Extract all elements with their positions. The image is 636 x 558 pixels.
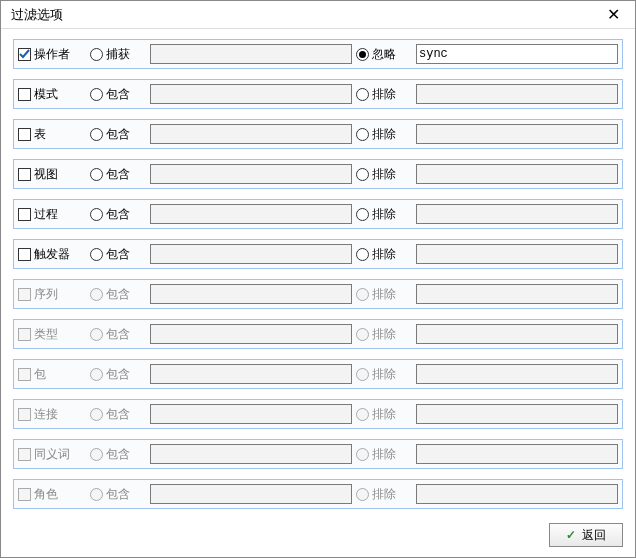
- right-radio-label: 忽略: [372, 46, 396, 63]
- row-checkbox[interactable]: [18, 88, 31, 101]
- left-input-wrap: [150, 404, 352, 424]
- filter-row-schema: 模式包含排除: [13, 79, 623, 109]
- filter-row-package: 包包含排除: [13, 359, 623, 389]
- row-name-label: 操作者: [34, 46, 70, 63]
- close-icon: ✕: [607, 7, 620, 23]
- left-radio-cell: 包含: [90, 486, 146, 503]
- filter-row-sequence: 序列包含排除: [13, 279, 623, 309]
- titlebar: 过滤选项 ✕: [1, 1, 635, 29]
- right-radio-cell: 排除: [356, 206, 412, 223]
- filter-row-trigger: 触发器包含排除: [13, 239, 623, 269]
- right-input: [417, 325, 617, 343]
- left-radio[interactable]: [90, 128, 103, 141]
- right-input: [417, 365, 617, 383]
- right-radio-label: 排除: [372, 326, 396, 343]
- left-radio-cell: 捕获: [90, 46, 146, 63]
- filter-row-synonym: 同义词包含排除: [13, 439, 623, 469]
- row-checkbox[interactable]: [18, 208, 31, 221]
- right-radio-cell: 排除: [356, 286, 412, 303]
- right-radio-label: 排除: [372, 206, 396, 223]
- right-radio-cell: 忽略: [356, 46, 412, 63]
- row-checkbox: [18, 288, 31, 301]
- left-radio-cell: 包含: [90, 166, 146, 183]
- row-name-label: 包: [34, 366, 46, 383]
- filter-row-view: 视图包含排除: [13, 159, 623, 189]
- left-radio[interactable]: [90, 88, 103, 101]
- right-input: [417, 485, 617, 503]
- left-radio: [90, 368, 103, 381]
- right-input[interactable]: [417, 45, 617, 63]
- row-checkbox-cell: 包: [18, 366, 86, 383]
- left-input[interactable]: [151, 45, 351, 63]
- right-input[interactable]: [417, 165, 617, 183]
- row-name-label: 角色: [34, 486, 58, 503]
- left-input[interactable]: [151, 165, 351, 183]
- left-input: [151, 485, 351, 503]
- right-radio: [356, 448, 369, 461]
- left-input-wrap: [150, 364, 352, 384]
- row-checkbox[interactable]: [18, 248, 31, 261]
- right-radio[interactable]: [356, 208, 369, 221]
- right-input-wrap: [416, 44, 618, 64]
- back-button-label: 返回: [582, 527, 606, 544]
- right-input[interactable]: [417, 85, 617, 103]
- right-input[interactable]: [417, 205, 617, 223]
- close-button[interactable]: ✕: [599, 3, 627, 27]
- right-input-wrap: [416, 484, 618, 504]
- right-input-wrap: [416, 204, 618, 224]
- left-input-wrap: [150, 244, 352, 264]
- footer: ✓ 返回: [549, 523, 623, 547]
- row-name-label: 同义词: [34, 446, 70, 463]
- left-input[interactable]: [151, 245, 351, 263]
- row-checkbox-cell: 触发器: [18, 246, 86, 263]
- row-checkbox-cell: 视图: [18, 166, 86, 183]
- left-radio[interactable]: [90, 248, 103, 261]
- right-input: [417, 285, 617, 303]
- left-input[interactable]: [151, 85, 351, 103]
- right-radio-cell: 排除: [356, 126, 412, 143]
- left-radio-label: 包含: [106, 166, 130, 183]
- right-input-wrap: [416, 324, 618, 344]
- right-radio-label: 排除: [372, 126, 396, 143]
- left-radio[interactable]: [90, 48, 103, 61]
- row-checkbox: [18, 328, 31, 341]
- right-radio: [356, 328, 369, 341]
- check-icon: ✓: [566, 528, 576, 542]
- right-radio[interactable]: [356, 248, 369, 261]
- left-radio-label: 包含: [106, 486, 130, 503]
- right-input[interactable]: [417, 245, 617, 263]
- left-input[interactable]: [151, 125, 351, 143]
- window-title: 过滤选项: [11, 6, 63, 24]
- left-input-wrap: [150, 84, 352, 104]
- right-input[interactable]: [417, 125, 617, 143]
- right-input-wrap: [416, 284, 618, 304]
- left-radio[interactable]: [90, 168, 103, 181]
- row-name-label: 模式: [34, 86, 58, 103]
- right-radio: [356, 488, 369, 501]
- row-checkbox-cell: 操作者: [18, 46, 86, 63]
- left-radio-label: 包含: [106, 126, 130, 143]
- left-input[interactable]: [151, 205, 351, 223]
- filter-row-operator: 操作者捕获忽略: [13, 39, 623, 69]
- right-radio[interactable]: [356, 48, 369, 61]
- right-input: [417, 445, 617, 463]
- row-name-label: 连接: [34, 406, 58, 423]
- left-radio[interactable]: [90, 208, 103, 221]
- back-button[interactable]: ✓ 返回: [549, 523, 623, 547]
- left-radio: [90, 288, 103, 301]
- left-radio-cell: 包含: [90, 86, 146, 103]
- row-checkbox[interactable]: [18, 168, 31, 181]
- row-checkbox-cell: 角色: [18, 486, 86, 503]
- right-radio[interactable]: [356, 128, 369, 141]
- right-input-wrap: [416, 444, 618, 464]
- left-radio-cell: 包含: [90, 286, 146, 303]
- left-input: [151, 445, 351, 463]
- row-name-label: 序列: [34, 286, 58, 303]
- filter-rows-container: 操作者捕获忽略模式包含排除表包含排除视图包含排除过程包含排除触发器包含排除序列包…: [1, 29, 635, 509]
- right-radio[interactable]: [356, 88, 369, 101]
- row-checkbox: [18, 408, 31, 421]
- right-radio[interactable]: [356, 168, 369, 181]
- right-input-wrap: [416, 364, 618, 384]
- row-checkbox[interactable]: [18, 48, 31, 61]
- row-checkbox[interactable]: [18, 128, 31, 141]
